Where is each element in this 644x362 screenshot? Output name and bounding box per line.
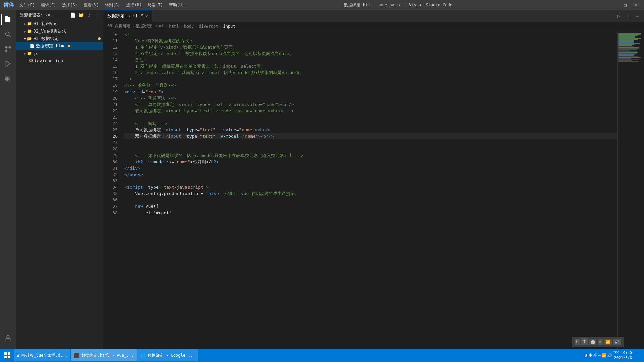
token: "name" [174,159,190,165]
token: "text" [200,127,215,133]
breadcrumb-input[interactable]: input [223,24,235,29]
taskbar-chrome[interactable]: 🌐 数据绑定 - Google ... [137,349,198,361]
token: < [165,127,168,133]
code-line-12: 1.单向绑定(v-bind)：数据只能从data流向页面。 [124,44,617,50]
run-button[interactable]: ▷ [614,12,623,20]
code-line-35: Vue.config.productionTip = false //阻止 vu… [124,190,617,197]
activity-extensions-icon[interactable] [1,72,15,85]
minimap-line [618,39,638,40]
token: 2.v-model:value 可以简写为 v-model，因为v-model默… [124,69,304,76]
tree-item-js[interactable]: ▶ 📁 js [16,50,103,57]
code-line-19: <div id="root"> [124,88,617,95]
tray-volume[interactable]: 🔊 [607,353,612,358]
menu-item[interactable]: 转到(G) [102,2,123,9]
minimap-line [618,56,638,57]
menu-item[interactable]: 文件(F) [17,2,38,9]
tray-network[interactable]: 📶 [601,353,606,358]
line-number-13: 13 [103,50,118,57]
minimap [617,31,644,355]
code-content[interactable]: <!-- Vue中有2种数据绑定的方式： 1.单向绑定(v-bind)：数据只能… [122,31,617,355]
tray-icon-u: U [575,339,580,345]
tree-item-02vue[interactable]: ▶ 📁 02_Vue模板语法 [16,27,103,35]
line-number-20: 20 [103,95,118,101]
minimap-line [618,35,638,36]
menu-item[interactable]: 终端(T) [145,2,166,9]
system-tray-popup: U 中 ⬤ ⌨ 📶 🔊 [572,337,624,347]
close-button[interactable]: ✕ [631,2,641,8]
activity-git-icon[interactable] [1,42,15,56]
activity-files-icon[interactable] [1,13,15,26]
code-line-24: <!-- 简写 --> [124,120,617,127]
more-actions-button[interactable]: ⋯ [633,12,641,20]
token: h2 [211,159,216,165]
token [124,203,135,209]
tray-icon-zh: 中 [581,338,588,345]
minimap-line [618,50,630,51]
token: >你好啊</ [190,159,211,165]
menu-item[interactable]: 编辑(E) [38,2,59,9]
breadcrumb-sep: › [180,24,182,29]
clock[interactable]: 下午 9:40 2021/6/6 [613,350,632,361]
taskbar-chrome-label: 数据绑定 - Google ... [148,353,195,358]
tray-zh[interactable]: 中 [589,353,593,358]
start-button[interactable] [1,349,13,361]
token: = [143,88,146,95]
menu-item[interactable]: 帮助(H) [166,2,187,9]
tree-item-03bind[interactable]: ▼ 📂 03_数据绑定 [16,35,103,42]
new-file-button[interactable]: 📄 [69,11,76,19]
token [135,88,138,95]
tree-item-01vue[interactable]: ▶ 📁 01_初识Vue [16,20,103,27]
activity-debug-icon[interactable] [1,57,15,70]
minimap-line [618,34,641,35]
collapse-button[interactable]: ⊟ [93,11,101,19]
breadcrumb: 03_数据绑定 › 数据绑定.html › html › body › div#… [103,22,644,31]
line-number-27: 27 [103,139,118,146]
line-number-38: 38 [103,209,118,216]
code-line-20: <!-- 普通写法 --> [124,95,617,101]
token: > [216,159,219,165]
code-line-31: </div> [124,165,617,171]
breadcrumb-body[interactable]: body [184,24,194,29]
svg-rect-15 [8,356,10,358]
breadcrumb-sep: › [195,24,197,29]
taskbar-word[interactable]: W 尚硅谷_Vue全家桶.d... [14,349,70,361]
token: type [186,133,197,139]
token: = [236,127,239,133]
breadcrumb-03[interactable]: 03_数据绑定 [107,23,131,29]
menu-item[interactable]: 选择(S) [59,2,80,9]
line-number-35: 35 [103,190,118,197]
refresh-button[interactable]: ↺ [85,11,93,19]
tray-half[interactable]: 半 [593,353,597,358]
code-line-27 [124,139,617,146]
tab-data-bind[interactable]: 数据绑定.html M ✕ [103,10,152,22]
tree-item-data-bind-file[interactable]: 📄 数据绑定.html [16,42,103,50]
menu-item[interactable]: 查看(V) [81,2,102,9]
token: > [258,133,261,139]
tray-u[interactable]: U [584,353,588,358]
breadcrumb-file[interactable]: 数据绑定.html [136,23,164,29]
svg-point-10 [7,336,9,338]
breadcrumb-html[interactable]: html [169,24,179,29]
activity-search-icon[interactable] [1,27,15,41]
taskbar-vscode[interactable]: ⬛ 数据绑定.html - vue_... [71,349,136,361]
minimap-line [618,41,634,42]
tray-keyboard[interactable]: ⌨ [598,353,601,358]
line-number-30: 30 [103,159,118,165]
tree-item-favicon[interactable]: 🖼 favicon.ico [16,57,103,64]
minimize-button[interactable]: ─ [610,2,619,8]
maximize-button[interactable]: ❐ [621,2,630,8]
tab-bar: 数据绑定.html M ✕ [103,10,612,22]
token: = [172,159,174,165]
code-line-23 [124,114,617,120]
breadcrumb-divroot[interactable]: div#root [199,24,218,29]
tab-close-icon[interactable]: ✕ [145,13,148,19]
token: body [130,171,140,178]
activity-account-icon[interactable] [1,331,15,345]
show-desktop[interactable] [635,353,640,358]
menu-item[interactable]: 运行(R) [123,2,144,9]
token: > [268,127,271,133]
new-folder-button[interactable]: 📁 [77,11,85,19]
split-editor-button[interactable]: ⊞ [624,12,632,20]
token: 1.单向绑定(v-bind)：数据只能从data流向页面。 [124,44,237,50]
breadcrumb-sep: › [132,24,135,29]
